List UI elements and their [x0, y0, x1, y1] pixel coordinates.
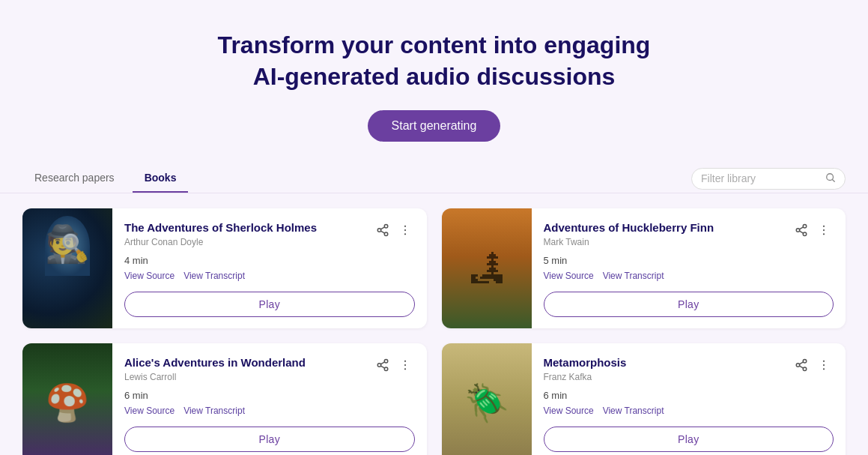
- card-thumbnail-huck: [442, 208, 532, 328]
- card-title-sherlock: The Adventures of Sherlock Holmes: [124, 220, 317, 235]
- svg-point-31: [823, 361, 825, 362]
- view-source-meta[interactable]: View Source: [544, 406, 594, 416]
- play-button-huck[interactable]: Play: [544, 292, 834, 317]
- view-source-alice[interactable]: View Source: [124, 406, 174, 416]
- tab-research-papers[interactable]: Research papers: [22, 164, 127, 193]
- more-button-huck[interactable]: [814, 220, 834, 240]
- card-title-meta: Metamorphosis: [544, 355, 627, 370]
- card-sherlock-holmes: The Adventures of Sherlock Holmes Arthur…: [22, 208, 427, 328]
- svg-line-30: [799, 362, 803, 364]
- card-title-alice: Alice's Adventures in Wonderland: [124, 355, 306, 370]
- svg-point-24: [404, 364, 405, 366]
- card-header-alice: Alice's Adventures in Wonderland Lewis C…: [124, 355, 415, 382]
- card-huckleberry-finn: Adventures of Huckleberry Finn Mark Twai…: [442, 208, 846, 328]
- play-button-alice[interactable]: Play: [124, 427, 415, 452]
- svg-point-9: [404, 233, 405, 235]
- svg-point-25: [404, 368, 405, 370]
- card-author-alice: Lewis Carroll: [124, 372, 312, 382]
- card-author-huck: Mark Twain: [544, 237, 720, 247]
- card-header-meta: Metamorphosis Franz Kafka: [544, 355, 834, 382]
- card-alice-wonderland: Alice's Adventures in Wonderland Lewis C…: [22, 343, 427, 455]
- svg-point-17: [823, 233, 825, 235]
- svg-point-23: [404, 361, 405, 362]
- card-duration-meta: 6 min: [544, 390, 834, 401]
- view-transcript-sherlock[interactable]: View Transcript: [183, 271, 245, 281]
- card-metamorphosis: Metamorphosis Franz Kafka 6 min View: [442, 343, 846, 455]
- card-body-sherlock: The Adventures of Sherlock Holmes Arthur…: [112, 208, 427, 328]
- svg-line-1: [832, 179, 834, 181]
- card-author-sherlock: Arthur Conan Doyle: [124, 237, 323, 247]
- card-actions-sherlock: [373, 220, 415, 240]
- play-btn-row-huck: Play: [544, 292, 834, 317]
- card-links-alice: View Source View Transcript: [124, 406, 415, 416]
- tabs-bar: Research papers Books: [0, 164, 868, 193]
- filter-input[interactable]: [701, 172, 821, 184]
- svg-point-32: [823, 364, 825, 366]
- card-actions-huck: [792, 220, 834, 240]
- svg-line-13: [799, 231, 803, 233]
- svg-line-21: [380, 366, 384, 368]
- play-btn-row-alice: Play: [124, 427, 415, 452]
- view-source-huck[interactable]: View Source: [544, 271, 594, 281]
- card-duration-sherlock: 4 min: [124, 255, 415, 266]
- card-actions-alice: [373, 355, 415, 375]
- card-title-huck: Adventures of Huckleberry Finn: [544, 220, 714, 235]
- card-header-sherlock: The Adventures of Sherlock Holmes Arthur…: [124, 220, 415, 247]
- cards-grid: The Adventures of Sherlock Holmes Arthur…: [0, 193, 868, 455]
- svg-line-5: [380, 231, 384, 233]
- card-thumbnail-sherlock: [22, 208, 112, 328]
- view-transcript-huck[interactable]: View Transcript: [603, 271, 664, 281]
- tab-books[interactable]: Books: [133, 164, 189, 193]
- card-links-huck: View Source View Transcript: [544, 271, 834, 281]
- more-button-sherlock[interactable]: [395, 220, 415, 240]
- card-links-sherlock: View Source View Transcript: [124, 271, 415, 281]
- play-btn-row-sherlock: Play: [124, 292, 415, 317]
- card-links-meta: View Source View Transcript: [544, 406, 834, 416]
- play-button-meta[interactable]: Play: [544, 427, 834, 452]
- search-icon: [825, 172, 836, 185]
- svg-point-7: [404, 226, 405, 227]
- play-button-sherlock[interactable]: Play: [124, 292, 415, 317]
- card-body-huck: Adventures of Huckleberry Finn Mark Twai…: [532, 208, 846, 328]
- start-generating-button[interactable]: Start generating: [368, 110, 501, 142]
- svg-line-22: [380, 362, 384, 364]
- card-duration-huck: 5 min: [544, 255, 834, 266]
- more-button-alice[interactable]: [395, 355, 415, 375]
- share-button-meta[interactable]: [792, 355, 811, 375]
- svg-point-8: [404, 229, 405, 231]
- card-author-meta: Franz Kafka: [544, 372, 633, 382]
- svg-line-6: [380, 227, 384, 229]
- main-content: The Adventures of Sherlock Holmes Arthur…: [0, 193, 868, 455]
- card-body-meta: Metamorphosis Franz Kafka 6 min View: [532, 343, 846, 455]
- card-actions-meta: [792, 355, 834, 375]
- more-button-meta[interactable]: [814, 355, 834, 375]
- filter-bar: [691, 168, 846, 190]
- card-body-alice: Alice's Adventures in Wonderland Lewis C…: [112, 343, 427, 455]
- svg-point-16: [823, 229, 825, 231]
- play-btn-row-meta: Play: [544, 427, 834, 452]
- hero-title: Transform your content into engaging AI-…: [15, 30, 853, 92]
- svg-point-15: [823, 226, 825, 227]
- svg-line-14: [799, 227, 803, 229]
- share-button-sherlock[interactable]: [373, 220, 392, 240]
- view-source-sherlock[interactable]: View Source: [124, 271, 174, 281]
- hero-section: Transform your content into engaging AI-…: [0, 0, 868, 164]
- view-transcript-alice[interactable]: View Transcript: [183, 406, 245, 416]
- card-thumbnail-meta: [442, 343, 532, 455]
- card-thumbnail-alice: [22, 343, 112, 455]
- svg-point-33: [823, 368, 825, 370]
- card-header-huck: Adventures of Huckleberry Finn Mark Twai…: [544, 220, 834, 247]
- share-button-alice[interactable]: [373, 355, 392, 375]
- card-duration-alice: 6 min: [124, 390, 415, 401]
- view-transcript-meta[interactable]: View Transcript: [603, 406, 664, 416]
- svg-line-29: [799, 366, 803, 368]
- share-button-huck[interactable]: [792, 220, 811, 240]
